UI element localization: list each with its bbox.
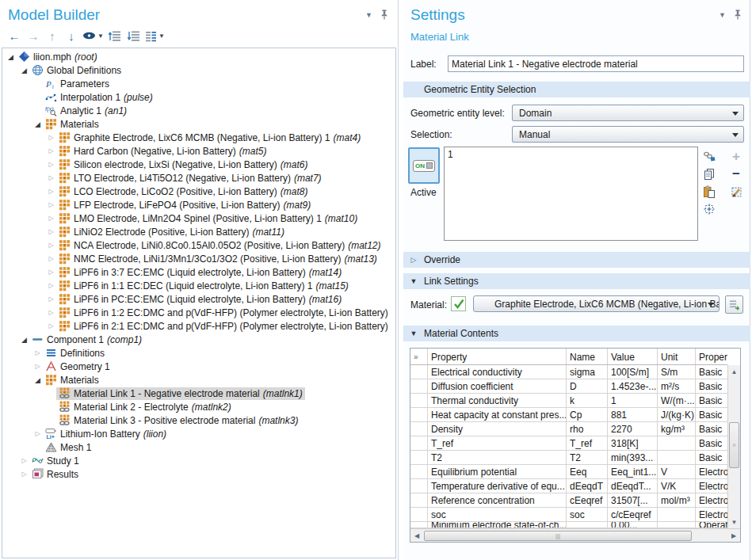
tree-item[interactable]: ◢Component 1(comp1) [2,333,395,346]
tree-item[interactable]: ▷LMO Electrode, LiMn2O4 Spinel (Positive… [2,211,395,225]
selection-dropdown[interactable]: Manual [512,126,744,143]
tree-expander-icon[interactable]: ▷ [46,228,56,235]
tree-item-content[interactable]: LiPF6 in 3:7 EC:EMC (Liquid electrolyte,… [56,266,344,279]
tree-item-content[interactable]: Material Link 1 - Negative electrode mat… [56,387,305,400]
tree-expander-icon[interactable]: ◢ [6,53,16,61]
tree-item[interactable]: Material Link 3 - Positive electrode mat… [2,413,395,427]
table-row[interactable]: Equilibrium potentialEeqEeq_int1...VElec… [410,465,727,479]
copy-selection-icon[interactable] [701,166,717,183]
create-selection-icon[interactable] [701,148,717,166]
tree-expander-icon[interactable]: ▷ [46,309,56,316]
tree-item-content[interactable]: Interpolation 1(pulse) [43,91,155,104]
tree-item[interactable]: ▷Definitions [2,346,395,360]
tree-item[interactable]: ▷Li+Lithium-Ion Battery(liion) [2,427,395,440]
tree-expander-icon[interactable]: ▷ [46,174,56,181]
tree-item[interactable]: ▷LCO Electrode, LiCoO2 (Positive, Li-ion… [2,185,395,198]
tree-item[interactable]: ▷LiPF6 in 2:1 EC:DMC and p(VdF-HFP) (Pol… [2,319,395,333]
override-section-header[interactable]: ▷ Override [403,252,750,268]
tree-item[interactable]: ▷LiPF6 in 3:7 EC:EMC (Liquid electrolyte… [2,265,395,279]
tree-item-content[interactable]: NMC Electrode, LiNi1/3Mn1/3Co1/3O2 (Posi… [56,253,380,265]
node-text-icon[interactable]: ▼ [145,28,165,44]
tree-item[interactable]: ▷Graphite Electrode, LixC6 MCMB (Negativ… [2,131,395,144]
tree-expander-icon[interactable]: ▷ [46,282,56,289]
vertical-scroll-thumb[interactable]: = [729,422,739,468]
table-row[interactable]: Electrical conductivitysigma100[S/m]S/mB… [410,365,727,379]
tree-expander-icon[interactable]: ◢ [32,376,43,384]
tree-expander-icon[interactable]: ▷ [46,147,56,154]
tree-item[interactable]: ▷LiPF6 in 1:1 EC:DEC (Liquid electrolyte… [2,279,395,292]
tree-item[interactable]: ▷NMC Electrode, LiNi1/3Mn1/3Co1/3O2 (Pos… [2,252,395,265]
table-row[interactable]: Reference concentrationcEeqref31507[...m… [410,493,727,508]
table-horizontal-scrollbar[interactable]: ◀ ||| ▶ [410,528,740,542]
move-up-icon[interactable]: ↑ [44,28,60,44]
tree-item-content[interactable]: f(x)Analytic 1(an1) [43,105,129,117]
pin-icon[interactable] [380,10,388,20]
tree-expander-icon[interactable]: ▷ [46,269,56,276]
tree-expander-icon[interactable]: ◢ [19,336,29,344]
tree-expander-icon[interactable]: ▷ [46,322,56,330]
tree-item[interactable]: ▷Geometry 1 [2,360,395,373]
tree-expander-icon[interactable]: ▷ [19,470,29,478]
tree-item[interactable]: ▷LiPF6 in 1:2 EC:DMC and p(VdF-HFP) (Pol… [2,306,395,319]
tree-item[interactable]: ▷LTO Electrode, Li4Ti5O12 (Negative, Li-… [2,171,395,185]
geometric-entity-level-dropdown[interactable]: Domain [512,105,744,121]
material-dropdown[interactable]: Graphite Electrode, LixC6 MCMB (Negative… [473,295,720,312]
tree-expander-icon[interactable]: ▷ [46,201,56,208]
tree-expander-icon[interactable]: ◢ [32,120,43,128]
add-selection-icon[interactable]: + [728,148,744,166]
tree-item[interactable]: ▷Hard Carbon (Negative, Li-ion Battery)(… [2,144,395,158]
show-icon[interactable]: ▼ [82,28,104,44]
collapse-all-icon[interactable] [107,28,123,44]
tree-item-content[interactable]: LiPF6 in 1:2 EC:DMC and p(VdF-HFP) (Poly… [56,307,391,319]
tree-item[interactable]: Interpolation 1(pulse) [2,90,395,104]
geometric-entity-selection-header[interactable]: Geometric Entity Selection [403,82,750,97]
tree-item-content[interactable]: LTO Electrode, Li4Ti5O12 (Negative, Li-i… [56,172,324,185]
label-input[interactable] [448,55,744,72]
table-row[interactable]: Heat capacity at constant pres...Cp881J/… [410,408,727,422]
tree-item-content[interactable]: Materials [43,374,101,387]
forward-icon[interactable]: → [25,28,41,44]
tree-expander-icon[interactable]: ▷ [46,255,56,262]
zoom-to-selection-icon[interactable] [701,200,717,218]
tree-item-content[interactable]: NCA Electrode, LiNi0.8Co0.15Al0.05O2 (Po… [56,239,384,252]
tree-item[interactable]: Mesh 1 [2,440,395,454]
tree-item-content[interactable]: Hard Carbon (Negative, Li-ion Battery)(m… [56,145,269,158]
table-row[interactable]: Thermal conductivityk1W/(m·...Basic [410,394,727,408]
tree-expander-icon[interactable]: ▷ [32,363,43,370]
tree-item-content[interactable]: Mesh 1 [43,441,94,454]
panel-menu-icon[interactable]: ▼ [719,11,726,19]
link-settings-section-header[interactable]: ▼ Link Settings [403,273,750,289]
table-row[interactable]: Densityrho2270kg/m³Basic [410,422,727,436]
tree-item-content[interactable]: liion.mph(root) [16,51,100,63]
tree-item-content[interactable]: LMO Electrode, LiMn2O4 Spinel (Positive,… [56,212,360,225]
tree-expander-icon[interactable]: ▷ [32,349,43,356]
tree-item[interactable]: ▷LiPF6 in PC:EC:EMC (Liquid electrolyte,… [2,292,395,306]
tree-item[interactable]: ◢Global Definitions [2,63,395,77]
tree-item-content[interactable]: Component 1(comp1) [29,333,144,346]
scroll-up-icon[interactable]: ▲ [728,365,740,378]
tree-item[interactable]: ▷NCA Electrode, LiNi0.8Co0.15Al0.05O2 (P… [2,238,395,252]
table-row[interactable]: Temperature derivative of equ...dEeqdTdE… [410,479,727,493]
move-down-icon[interactable]: ↓ [63,28,79,44]
tree-expander-icon[interactable]: ▷ [46,161,56,168]
scroll-right-icon[interactable]: ▶ [727,529,740,542]
tree-item[interactable]: ▷Results [2,467,395,481]
tree-item-content[interactable]: LiNiO2 Electrode (Positive, Li-ion Batte… [56,226,287,238]
tree-item[interactable]: ▷LiNiO2 Electrode (Positive, Li-ion Batt… [2,225,395,238]
table-row[interactable]: socsocc/cEeqrefElectrode [410,508,727,522]
scroll-down-icon[interactable]: ▼ [728,516,740,528]
tree-item-content[interactable]: PiParameters [43,78,112,90]
expand-all-icon[interactable] [126,28,142,44]
material-contents-section-header[interactable]: ▼ Material Contents [403,326,750,341]
tree-expander-icon[interactable]: ▷ [46,295,56,303]
back-icon[interactable]: ← [6,28,22,44]
tree-item-content[interactable]: Graphite Electrode, LixC6 MCMB (Negative… [56,131,363,144]
tree-item-content[interactable]: Results [29,468,81,481]
tree-item[interactable]: ◢Materials [2,117,395,131]
tree-item-content[interactable]: Definitions [43,347,107,360]
tree-expander-icon[interactable]: ▷ [46,215,56,222]
selection-list-entry[interactable]: 1 [448,149,453,160]
tree-item-content[interactable]: Material Link 2 - Electrolyte(matlnk2) [56,401,234,413]
tree-item[interactable]: PiParameters [2,77,395,90]
tree-item[interactable]: ▷Silicon electrode, LixSi (Negative, Li-… [2,158,395,171]
